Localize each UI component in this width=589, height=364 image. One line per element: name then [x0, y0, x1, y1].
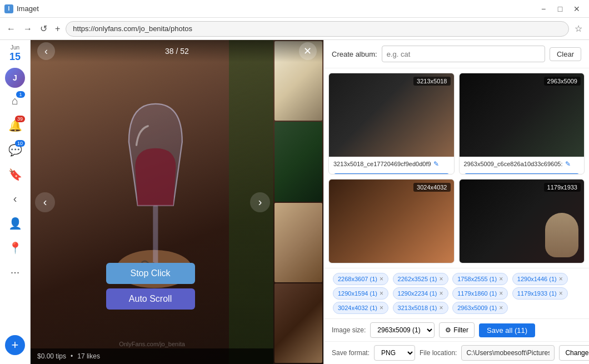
save-format-label: Save format:	[332, 349, 370, 357]
auto-scroll-button[interactable]: Auto Scroll	[106, 288, 195, 310]
tag-6[interactable]: 1179x1860 (1) ×	[452, 287, 508, 300]
tag-8[interactable]: 3024x4032 (1) ×	[333, 302, 388, 314]
tags-section: 2268x3607 (1) × 2262x3525 (1) × 1758x255…	[324, 268, 589, 318]
clear-button[interactable]: Clear	[550, 47, 581, 61]
tag-remove-0[interactable]: ×	[380, 275, 383, 283]
sidebar-month: Jun	[9, 44, 21, 51]
sidebar-item-home[interactable]: ⌂ 1	[4, 90, 26, 112]
new-tab-button[interactable]: +	[53, 22, 62, 36]
viewer-count: 38 / 52	[165, 47, 189, 56]
close-button[interactable]: ✕	[569, 1, 585, 17]
viewer-nav-left-button[interactable]: ‹	[35, 192, 55, 212]
save-button-1[interactable]: Save	[333, 173, 450, 174]
save-all-button[interactable]: Save all (11)	[479, 323, 535, 337]
tag-remove-10[interactable]: ×	[499, 304, 503, 312]
tag-remove-7[interactable]: ×	[559, 290, 563, 297]
card-thumb-4[interactable]: 1179x1933	[460, 179, 585, 263]
dimensions-badge-1: 3213x5018	[413, 77, 450, 86]
filter-button[interactable]: ⚙ Filter	[439, 322, 475, 338]
tag-remove-1[interactable]: ×	[440, 275, 443, 283]
bookmark-icon: 🔖	[8, 168, 22, 181]
chevron-left-icon: ‹	[13, 192, 17, 205]
tag-2[interactable]: 1758x2555 (1) ×	[452, 273, 508, 285]
action-buttons: Stop Click Auto Scroll	[31, 258, 270, 314]
card-thumb-1[interactable]: 3213x5018	[329, 73, 454, 157]
thumbnail-2[interactable]	[274, 122, 322, 201]
back-button[interactable]: ←	[4, 22, 18, 36]
image-card-1: 3213x5018 3213x5018_ce17720469cf9ed0d0f9…	[328, 73, 455, 174]
filename-2: 2963x5009_c6ce826a10d33c69605: ✎	[464, 160, 580, 168]
sidebar-item-notifications[interactable]: 🔔 39	[4, 114, 26, 137]
maximize-button[interactable]: □	[552, 1, 568, 17]
stop-click-button[interactable]: Stop Click	[106, 263, 195, 284]
tag-remove-2[interactable]: ×	[499, 275, 503, 283]
tag-9[interactable]: 3213x5018 (1) ×	[393, 302, 448, 314]
tag-7[interactable]: 1179x1933 (1) ×	[512, 287, 568, 300]
file-location-label: File location:	[420, 349, 457, 357]
user-icon: 👤	[8, 217, 22, 230]
address-bar[interactable]	[66, 21, 569, 37]
image-card-4: 1179x1933	[459, 179, 585, 263]
main-content: Jun 15 J ⌂ 1 🔔 39 💬 10 🔖 ‹ 👤 📍 ···	[0, 40, 589, 364]
bookmark-button[interactable]: ☆	[572, 21, 585, 36]
viewer-nav-right-button[interactable]: ›	[250, 192, 270, 212]
filename-1: 3213x5018_ce17720469cf9ed0d0f9 ✎	[333, 160, 450, 168]
sidebar: Jun 15 J ⌂ 1 🔔 39 💬 10 🔖 ‹ 👤 📍 ···	[0, 40, 31, 364]
card-info-1: 3213x5018_ce17720469cf9ed0d0f9 ✎	[329, 157, 454, 171]
tag-10[interactable]: 2963x5009 (1) ×	[452, 302, 508, 314]
title-bar-left: I Imaget	[4, 4, 39, 13]
refresh-button[interactable]: ↺	[38, 21, 49, 36]
sidebar-date: Jun 15	[9, 44, 21, 63]
sidebar-item-more[interactable]: ···	[4, 261, 26, 283]
image-card-2: 2963x5009 2963x5009_c6ce826a10d33c69605:…	[459, 73, 585, 174]
tag-0[interactable]: 2268x3607 (1) ×	[333, 273, 388, 285]
filter-icon: ⚙	[445, 326, 451, 334]
tag-remove-6[interactable]: ×	[499, 290, 503, 297]
edit-icon-1[interactable]: ✎	[433, 160, 439, 168]
tag-4[interactable]: 1290x1594 (1) ×	[333, 287, 388, 300]
tag-remove-4[interactable]: ×	[380, 290, 383, 297]
card-thumb-2[interactable]: 2963x5009	[460, 73, 585, 157]
tag-1[interactable]: 2262x3525 (1) ×	[393, 273, 448, 285]
forward-button[interactable]: →	[21, 22, 34, 36]
window-controls: − □ ✕	[536, 1, 585, 17]
album-label: Create album:	[332, 50, 377, 58]
tag-remove-5[interactable]: ×	[440, 290, 443, 297]
tag-3[interactable]: 1290x1446 (1) ×	[512, 273, 568, 285]
change-button[interactable]: Change	[559, 345, 589, 361]
minimize-button[interactable]: −	[536, 1, 551, 17]
sidebar-item-messages[interactable]: 💬 10	[4, 139, 26, 161]
thumbnail-3[interactable]	[274, 203, 322, 282]
thumbnail-4[interactable]	[274, 283, 322, 363]
sidebar-item-bookmarks[interactable]: 🔖	[4, 163, 26, 186]
app-icon: I	[4, 4, 13, 13]
photo-viewer: ‹ 38 / 52 ✕	[31, 40, 323, 364]
image-size-select[interactable]: 2963x5009 (1)	[370, 322, 435, 338]
notification-badge: 39	[15, 116, 25, 122]
tag-remove-3[interactable]: ×	[559, 275, 563, 283]
right-panel: Create album: Clear 3213x5018 3213x5018_…	[323, 40, 589, 364]
cards-grid: 3213x5018 3213x5018_ce17720469cf9ed0d0f9…	[324, 68, 589, 268]
sidebar-item-collapse[interactable]: ‹	[4, 188, 26, 210]
controls-row: Image size: 2963x5009 (1) ⚙ Filter Save …	[324, 318, 589, 341]
tips-label: $0.00 tips	[37, 352, 66, 360]
save-button-2[interactable]: Save	[464, 173, 580, 174]
file-location-input[interactable]	[461, 345, 555, 361]
image-size-label: Image size:	[332, 326, 366, 334]
avatar: J	[5, 68, 25, 88]
tag-remove-9[interactable]: ×	[440, 304, 443, 312]
sidebar-item-location[interactable]: 📍	[4, 237, 26, 259]
home-badge: 1	[16, 91, 25, 98]
album-bar: Create album: Clear	[324, 40, 589, 68]
card-thumb-3[interactable]: 3024x4032	[329, 179, 454, 263]
album-input[interactable]	[382, 46, 545, 62]
viewer-back-button[interactable]: ‹	[37, 42, 55, 60]
edit-icon-2[interactable]: ✎	[565, 160, 571, 168]
viewer-close-button[interactable]: ✕	[299, 42, 317, 60]
sidebar-item-profile[interactable]: 👤	[4, 212, 26, 235]
tag-5[interactable]: 1290x2234 (1) ×	[393, 287, 448, 300]
tag-remove-8[interactable]: ×	[380, 304, 383, 312]
add-button[interactable]: +	[5, 335, 25, 355]
format-select[interactable]: PNG JPG WEBP	[374, 345, 415, 361]
location-icon: 📍	[8, 241, 22, 255]
